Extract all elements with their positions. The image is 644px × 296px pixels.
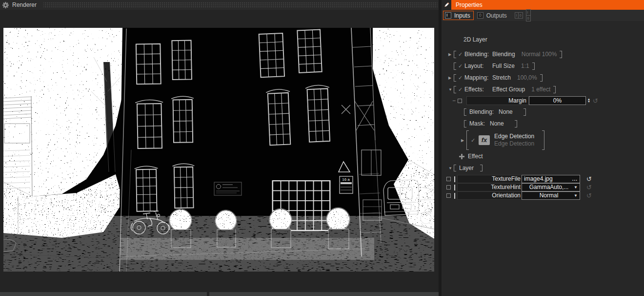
property-hint: Normal 100% — [522, 51, 557, 58]
renderer-titlebar[interactable]: Renderer — [0, 0, 439, 10]
reset-icon[interactable]: ↺ — [586, 192, 592, 199]
property-row-blending[interactable]: ▶ ✓ Blending: Blending Normal 100% — [442, 48, 644, 60]
pencil-icon — [442, 0, 451, 10]
property-value[interactable]: None — [499, 108, 513, 115]
margin-row: − Margin 0% ▲▼ ↺ — [442, 95, 644, 106]
house-number-sign: 16 a — [340, 176, 353, 193]
texture-hint-value[interactable]: GammaAuto,... — [524, 184, 574, 191]
bracket-close — [560, 51, 562, 58]
chevron-down-icon[interactable]: ▼ — [574, 193, 578, 198]
io-columns-icon[interactable]: I 0 — [515, 12, 523, 19]
io-rows-top: I — [526, 10, 530, 15]
checkmark-icon[interactable]: ✓ — [456, 63, 464, 69]
property-row-layout[interactable]: ✓ Layout: Full Size 1:1 — [442, 60, 644, 72]
property-label: Mask: — [469, 120, 485, 127]
effect-blending-row[interactable]: Blending: None — [442, 106, 644, 118]
margin-label: Margin — [466, 96, 529, 105]
properties-body: 2D Layer ▶ ✓ Blending: Blending Normal 1… — [442, 21, 644, 296]
expander-collapsed-icon[interactable]: ▶ — [448, 52, 454, 57]
orientation-dropdown[interactable]: Normal ▼ — [522, 191, 580, 200]
io-rows-bottom: 0 — [526, 15, 530, 21]
io-rows-icon[interactable]: I 0 — [526, 9, 531, 21]
ground-texture — [3, 216, 434, 272]
checkmark-icon[interactable]: ✓ — [456, 86, 464, 93]
bracket-close — [540, 74, 543, 82]
street-lamp — [50, 150, 55, 155]
property-value[interactable]: None — [490, 120, 504, 127]
splitter-right[interactable] — [209, 292, 439, 296]
bracket-close — [515, 120, 517, 127]
browse-button[interactable]: ... — [572, 176, 578, 182]
reset-icon[interactable]: ↺ — [586, 184, 592, 190]
texture-hint-checkbox[interactable] — [446, 185, 451, 190]
checkmark-icon[interactable]: ✓ — [456, 51, 464, 58]
bracket-close — [553, 86, 556, 93]
bracket-open — [454, 74, 456, 82]
reset-icon[interactable]: ↺ — [593, 98, 598, 104]
effect-edge-detection[interactable]: ▶ ✓ fx Edge Detection Edge Detection — [442, 129, 644, 151]
gear-icon — [2, 1, 9, 9]
animation-bar-icon — [454, 193, 455, 199]
properties-tabbar: I Inputs 0 Outputs I 0 I 0 — [442, 10, 644, 21]
properties-panel: Properties I Inputs 0 Outputs I 0 I 0 2D… — [442, 0, 644, 296]
property-hint: 1:1 — [521, 63, 529, 69]
add-effect-label: Effect — [468, 153, 483, 160]
property-value[interactable]: Effect Group — [492, 86, 525, 93]
tab-outputs[interactable]: 0 Outputs — [476, 11, 510, 20]
orientation-value[interactable]: Normal — [524, 192, 574, 199]
property-value[interactable]: Stretch — [492, 74, 511, 81]
wall-plaque — [214, 182, 242, 195]
properties-header[interactable]: Properties — [442, 0, 644, 10]
margin-input[interactable]: 0% — [529, 96, 586, 105]
property-label: Mapping: — [464, 74, 492, 81]
chevron-down-icon[interactable]: ▼ — [574, 185, 578, 190]
outputs-icon: 0 — [477, 12, 483, 19]
checkmark-icon[interactable]: ✓ — [469, 137, 477, 144]
property-label: Effects: — [464, 86, 492, 93]
application-window: Renderer — [0, 0, 644, 296]
plus-icon — [459, 154, 464, 159]
property-row-mapping[interactable]: ▶ ✓ Mapping: Stretch 100,0% — [442, 72, 644, 84]
inputs-icon: I — [445, 12, 451, 19]
properties-title: Properties — [456, 1, 483, 8]
property-hint: 100,0% — [517, 74, 537, 81]
property-row-effects[interactable]: ▼ ✓ Effects: Effect Group 1 effect — [442, 84, 644, 95]
texture-file-checkbox[interactable] — [446, 177, 451, 181]
expander-collapsed-icon[interactable]: ▶ — [448, 76, 454, 80]
expander-collapsed-icon[interactable]: ▶ — [461, 138, 466, 143]
property-value[interactable]: Full Size — [492, 63, 515, 69]
margin-checkbox[interactable] — [458, 99, 462, 103]
collapse-icon[interactable]: − — [452, 97, 458, 104]
texture-hint-dropdown[interactable]: GammaAuto,... ▼ — [522, 183, 580, 191]
spinner-icon[interactable]: ▲▼ — [587, 98, 590, 103]
effect-mask-row[interactable]: Mask: None — [442, 118, 644, 129]
texture-file-value[interactable]: image4.jpg — [524, 175, 572, 183]
checkmark-icon[interactable]: ✓ — [456, 75, 464, 81]
expander-expanded-icon[interactable]: ▼ — [448, 87, 454, 92]
orientation-checkbox[interactable] — [446, 193, 451, 198]
animation-bar-icon — [454, 176, 455, 182]
reset-icon[interactable]: ↺ — [586, 176, 592, 182]
texture-file-input[interactable]: image4.jpg ... — [522, 175, 580, 183]
bracket-close — [532, 63, 535, 70]
edge-detection-render: 16 a — [3, 28, 434, 272]
renderer-title: Renderer — [12, 1, 37, 8]
property-value[interactable]: Blending — [492, 51, 515, 58]
tab-inputs-label: Inputs — [454, 12, 470, 19]
effect-name: Edge Detection — [494, 133, 539, 140]
tab-inputs[interactable]: I Inputs — [443, 11, 474, 20]
bracket-open — [454, 86, 456, 93]
add-effect-button[interactable]: Effect — [442, 151, 644, 162]
node-type-label: 2D Layer — [463, 36, 644, 45]
renderer-viewport[interactable]: 16 a — [3, 28, 434, 272]
bracket-open — [454, 51, 456, 58]
bracket-close — [523, 108, 526, 116]
property-label: Blending: — [469, 108, 494, 115]
layer-header-label: Layer — [459, 165, 474, 171]
renderer-panel: Renderer — [0, 0, 439, 296]
fx-icon: fx — [479, 135, 490, 145]
house-number-text: 16 a — [342, 177, 350, 182]
expander-expanded-icon[interactable]: ▼ — [448, 166, 454, 170]
splitter-left[interactable] — [0, 292, 207, 296]
layer-section-header[interactable]: ▼ Layer — [442, 163, 644, 173]
